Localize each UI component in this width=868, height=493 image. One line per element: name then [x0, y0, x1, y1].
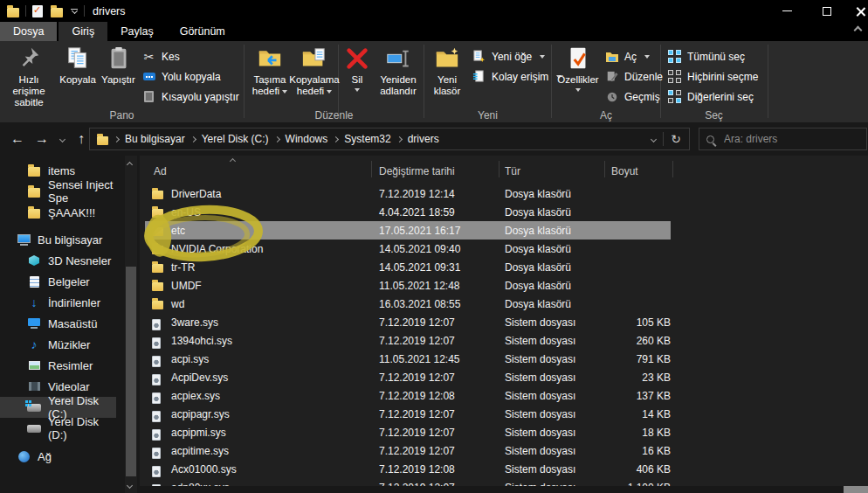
new-item-button[interactable]: Yeni öğe — [472, 46, 561, 66]
sidebar-item-icon — [26, 205, 42, 219]
minimize-button[interactable] — [774, 0, 800, 22]
sidebar-item[interactable]: Sensei Inject Spe — [0, 181, 116, 202]
properties-button[interactable]: Özellikler — [555, 43, 601, 111]
address-bar[interactable]: Bu bilgisayar Yerel Disk (C:) Windows — [89, 128, 690, 150]
file-row[interactable]: Acx01000.sys 7.12.2019 12:08 Sistem dosy… — [140, 460, 868, 478]
move-to-icon — [257, 43, 283, 74]
delete-icon — [344, 43, 370, 74]
paste-shortcut-icon — [141, 89, 156, 104]
file-row[interactable]: DriverData 7.12.2019 12:14 Dosya klasörü — [140, 184, 868, 203]
scroll-up-icon[interactable] — [127, 162, 133, 168]
file-row[interactable]: acpipmi.sys 7.12.2019 12:07 Sistem dosya… — [140, 423, 868, 441]
sidebar-item[interactable]: Ağ — [0, 446, 116, 467]
sidebar-item-label: Belgeler — [48, 275, 90, 288]
dropdown-arrow — [355, 88, 360, 92]
breadcrumb-segment[interactable]: System32 — [327, 133, 390, 145]
sidebar-item[interactable]: Bu bilgisayar — [0, 229, 116, 250]
file-date-modified: 14.05.2021 09:31 — [379, 261, 460, 274]
pin-to-quick-access-button[interactable]: Hızlı erişime sabitle — [2, 43, 56, 111]
sidebar-item[interactable]: ŞAAAK!!! — [0, 202, 116, 223]
copy-button[interactable]: Kopyala — [58, 43, 98, 111]
column-header-date[interactable]: Değiştirme tarihi — [379, 165, 455, 177]
horizontal-scrollbar-thumb[interactable] — [844, 486, 868, 493]
file-size: 14 KB — [611, 408, 671, 420]
copy-to-button[interactable]: Kopyalama hedefi — [290, 43, 339, 111]
search-input[interactable] — [722, 132, 859, 146]
sort-ascending-icon — [230, 158, 236, 164]
ribbon-tab[interactable]: Dosya — [0, 22, 57, 41]
file-row[interactable]: etc 17.05.2021 16:17 Dosya klasörü — [140, 221, 868, 240]
properties-icon[interactable]: ✓ — [32, 5, 43, 17]
scroll-down-icon[interactable] — [127, 483, 133, 489]
sidebar-item[interactable]: Resimler — [0, 355, 116, 376]
ribbon-tab[interactable]: Görünüm — [167, 22, 238, 41]
invert-selection-icon — [667, 89, 682, 104]
horizontal-scrollbar[interactable] — [140, 486, 868, 493]
column-headers: Ad Değiştirme tarihi Tür Boyut — [140, 156, 868, 181]
sidebar-item-icon — [26, 163, 42, 177]
maximize-button[interactable] — [814, 0, 840, 22]
invert-selection-button[interactable]: Diğerlerini seç — [667, 87, 758, 107]
file-row[interactable]: NVIDIA Corporation 14.05.2021 09:40 Dosy… — [140, 240, 868, 258]
back-button[interactable]: ← — [5, 122, 30, 156]
file-row[interactable]: AcpiDev.sys 7.12.2019 12:07 Sistem dosya… — [140, 368, 868, 386]
sidebar-item[interactable]: Yerel Disk (D:) — [0, 418, 116, 439]
sidebar-scrollbar-thumb[interactable] — [126, 267, 136, 476]
file-row[interactable]: 3ware.sys 7.12.2019 12:07 Sistem dosyası… — [140, 313, 868, 331]
new-folder-button[interactable]: Yeni klasör — [427, 43, 467, 111]
breadcrumb-segment[interactable]: Yerel Disk (C:) — [185, 133, 269, 145]
paste-shortcut-button[interactable]: Kısayolu yapıştır — [141, 87, 239, 107]
rename-button[interactable]: Yeniden adlandır — [374, 43, 423, 111]
sidebar-item[interactable]: 3D Nesneler — [0, 250, 116, 271]
breadcrumb-segment[interactable]: drivers — [391, 133, 439, 145]
file-type-icon — [152, 371, 161, 382]
select-none-button[interactable]: Hiçbirini seçme — [667, 66, 758, 87]
select-all-button[interactable]: Tümünü seç — [667, 46, 758, 66]
forward-button[interactable]: → — [30, 122, 54, 156]
file-size: 23 KB — [611, 371, 671, 384]
file-row[interactable]: acpipagr.sys 7.12.2019 12:07 Sistem dosy… — [140, 405, 868, 423]
address-dropdown-chevron-icon[interactable] — [651, 135, 657, 142]
column-header-name[interactable]: Ad — [154, 165, 167, 177]
sidebar-item[interactable]: Belgeler — [0, 271, 116, 292]
file-type: Sistem dosyası — [505, 316, 575, 329]
column-header-type[interactable]: Tür — [505, 165, 520, 177]
sidebar-item[interactable]: Masaüstü — [0, 313, 116, 334]
close-button[interactable] — [848, 0, 868, 22]
history-button[interactable]: Geçmiş — [604, 87, 663, 107]
sidebar-item[interactable]: İndirilenler — [0, 292, 116, 313]
paste-button[interactable]: Yapıştır — [99, 43, 138, 111]
select-all-icon — [667, 49, 682, 64]
sidebar-item-label: İndirilenler — [48, 296, 100, 309]
move-to-button[interactable]: Taşıma hedefi — [248, 43, 292, 111]
recent-locations-chevron-icon[interactable] — [54, 122, 70, 156]
file-row[interactable]: wd 16.03.2021 08:55 Dosya klasörü — [140, 295, 868, 313]
ribbon-tab[interactable]: Giriş — [59, 22, 107, 41]
file-row[interactable]: UMDF 11.05.2021 12:48 Dosya klasörü — [140, 276, 868, 295]
file-row[interactable]: 1394ohci.sys 7.12.2019 12:07 Sistem dosy… — [140, 331, 868, 350]
folder-icon[interactable] — [51, 8, 63, 17]
file-row[interactable]: tr-TR 14.05.2021 09:31 Dosya klasörü — [140, 258, 868, 276]
edit-button[interactable]: Düzenle — [604, 66, 663, 87]
refresh-icon[interactable]: ↻ — [671, 132, 681, 146]
open-button[interactable]: Aç — [604, 46, 663, 66]
ribbon-tab[interactable]: Paylaş — [107, 22, 167, 41]
delete-button[interactable]: Sil — [342, 43, 372, 111]
file-name: acpipmi.sys — [171, 427, 226, 439]
file-row[interactable]: acpitime.sys 7.12.2019 12:07 Sistem dosy… — [140, 441, 868, 460]
column-header-size[interactable]: Boyut — [611, 165, 638, 177]
easy-access-button[interactable]: Kolay erişim — [472, 66, 561, 87]
breadcrumb-segment[interactable]: Bu bilgisayar — [108, 133, 185, 145]
file-row[interactable]: acpiex.sys 7.12.2019 12:08 Sistem dosyas… — [140, 386, 868, 405]
search-box[interactable] — [699, 128, 867, 150]
customize-toolbar-chevron[interactable] — [71, 9, 78, 14]
sidebar-item-icon — [16, 449, 31, 463]
cut-button[interactable]: ✂ Kes — [141, 46, 239, 66]
sidebar-item[interactable]: Müzikler — [0, 334, 116, 355]
sidebar-item-icon — [26, 184, 42, 198]
file-row[interactable]: acpi.sys 11.05.2021 12:45 Sistem dosyası… — [140, 350, 868, 368]
file-row[interactable]: en-US 4.04.2021 18:59 Dosya klasörü — [140, 203, 868, 221]
sidebar-scrollbar[interactable] — [125, 156, 137, 493]
breadcrumb-segment[interactable]: Windows — [269, 133, 328, 145]
copy-path-button[interactable]: Yolu kopyala — [141, 66, 239, 87]
